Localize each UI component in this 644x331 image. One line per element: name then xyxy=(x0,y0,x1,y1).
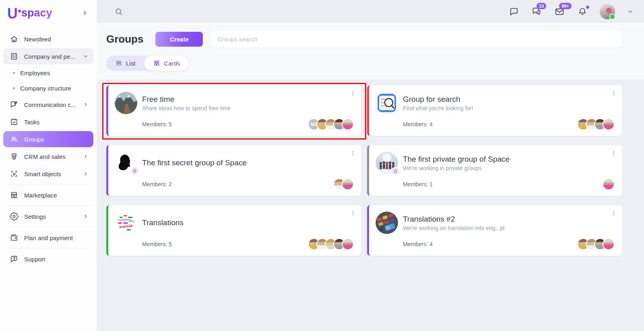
sidebar: U spacy Newsfeed Company and pe... xyxy=(0,0,97,331)
members-count: Members: 5 xyxy=(142,121,172,127)
groups-search-input[interactable] xyxy=(211,31,622,47)
sidebar-item-groups[interactable]: Groups xyxy=(3,131,93,147)
sidebar-item-tasks[interactable]: Tasks xyxy=(3,114,93,130)
sidebar-item-plan-and-payment[interactable]: Plan and payment xyxy=(3,230,93,246)
sidebar-item-communication[interactable]: Communication c... xyxy=(3,97,93,113)
user-avatar[interactable] xyxy=(600,4,615,19)
view-toggle-list[interactable]: List xyxy=(106,56,144,71)
notification-dot xyxy=(586,6,589,9)
sidebar-item-label: Settings xyxy=(24,213,77,220)
group-description: Share ideas how to spend free time xyxy=(142,105,231,111)
sidebar-item-label: Employees xyxy=(20,70,50,76)
sidebar-item-company-structure[interactable]: Company structure xyxy=(3,81,93,95)
group-title: Free time xyxy=(142,95,231,104)
sidebar-item-label: Smart objects xyxy=(24,171,77,177)
logo-text: spacy xyxy=(21,8,52,19)
sidebar-divider xyxy=(6,206,90,206)
group-card-translations-2[interactable]: Translations #2 We're working on transla… xyxy=(367,205,622,256)
gear-icon xyxy=(10,212,19,221)
members-count: Members: 4 xyxy=(403,241,433,247)
card-wrapper: Group for search Find what you're lookin… xyxy=(367,85,622,136)
members-count: Members: 4 xyxy=(403,121,433,127)
wallet-icon xyxy=(10,233,19,242)
group-card-secret-group[interactable]: S The first secret group of Space Member… xyxy=(106,145,361,196)
chat-pencil-icon xyxy=(10,100,19,109)
home-icon xyxy=(10,35,19,43)
logo-letter-u: U xyxy=(7,6,18,21)
notifications-button[interactable] xyxy=(577,6,588,17)
card-menu-button[interactable] xyxy=(348,148,358,158)
smart-objects-icon xyxy=(10,169,19,178)
sidebar-item-smart-objects[interactable]: Smart objects xyxy=(3,166,93,182)
card-menu-button[interactable] xyxy=(609,148,619,158)
mail-button[interactable]: 99+ xyxy=(554,6,565,17)
sidebar-item-crm-and-sales[interactable]: CRM and sales xyxy=(3,148,93,164)
card-menu-button[interactable] xyxy=(609,208,619,218)
member-avatar xyxy=(342,238,354,250)
storefront-icon xyxy=(10,191,19,199)
search-icon xyxy=(114,7,123,16)
sidebar-item-label: Company structure xyxy=(20,85,71,92)
card-wrapper: S The first secret group of Space Member… xyxy=(106,145,361,196)
sidebar-item-label: Communication c... xyxy=(24,101,77,108)
sidebar-divider xyxy=(6,184,90,185)
view-toggle: List Cards xyxy=(106,56,189,71)
uspacy-logo[interactable]: U spacy xyxy=(7,6,52,21)
highlighted-card-wrapper: Free time Share ideas how to spend free … xyxy=(106,85,361,136)
svg-text:S: S xyxy=(134,170,135,172)
comments-button[interactable] xyxy=(509,6,519,17)
card-menu-button[interactable] xyxy=(609,88,619,98)
sidebar-item-label: Support xyxy=(24,256,89,263)
group-card-translations[interactable]: translationslangtransla Translations Mem… xyxy=(106,205,361,256)
chevron-down-icon xyxy=(83,53,89,59)
sidebar-item-support[interactable]: Support xyxy=(3,251,93,267)
members-count: Members: 5 xyxy=(142,241,172,247)
member-avatars: MS xyxy=(308,118,354,130)
group-description: Find what you're looking for! xyxy=(403,105,473,111)
groups-cards-region: Free time Share ideas how to spend free … xyxy=(97,80,644,331)
chats-button[interactable]: 13 xyxy=(531,6,542,17)
group-card-group-for-search[interactable]: Group for search Find what you're lookin… xyxy=(367,85,622,136)
chevron-right-icon xyxy=(83,214,89,219)
group-avatar-mountain-photo xyxy=(115,92,137,114)
sidebar-item-settings[interactable]: Settings xyxy=(3,208,93,224)
sidebar-divider xyxy=(6,227,90,227)
profile-menu-button[interactable] xyxy=(627,8,634,15)
private-lock-badge xyxy=(392,167,399,175)
sidebar-item-employees[interactable]: Employees xyxy=(3,66,93,80)
create-group-button[interactable]: Create xyxy=(155,32,203,47)
sidebar-item-company-and-people[interactable]: Company and pe... xyxy=(3,48,93,64)
sidebar-nav: Newsfeed Company and pe... Employees Com… xyxy=(0,26,97,331)
page-title: Groups xyxy=(106,33,143,45)
member-avatars xyxy=(333,178,354,190)
member-avatars xyxy=(603,178,615,190)
online-status-dot xyxy=(609,14,615,20)
topbar: 13 99+ xyxy=(97,0,644,23)
sidebar-item-marketplace[interactable]: Marketplace xyxy=(3,187,93,203)
card-menu-button[interactable] xyxy=(348,88,358,98)
chats-badge: 13 xyxy=(537,3,546,9)
calendar-check-icon xyxy=(10,117,19,126)
cards-view-icon xyxy=(153,60,160,67)
group-card-free-time[interactable]: Free time Share ideas how to spend free … xyxy=(106,85,361,136)
group-description: We're working in private groups xyxy=(403,165,510,171)
member-avatar xyxy=(603,238,615,250)
chevron-down-icon xyxy=(627,8,634,15)
list-view-icon xyxy=(115,60,122,67)
group-title: The first private group of Space xyxy=(403,154,510,164)
view-toggle-cards[interactable]: Cards xyxy=(144,56,189,71)
group-card-private-group[interactable]: The first private group of Space We're w… xyxy=(367,145,622,196)
view-toggle-label: Cards xyxy=(164,60,180,67)
global-search-button[interactable] xyxy=(114,7,123,16)
member-avatars xyxy=(308,238,354,250)
main-area: 13 99+ Groups xyxy=(97,0,644,331)
member-avatars xyxy=(577,118,615,130)
group-avatar-search-document xyxy=(376,92,398,114)
sidebar-item-label: Plan and payment xyxy=(24,234,89,241)
bullet-dot xyxy=(13,72,15,74)
sidebar-item-newsfeed[interactable]: Newsfeed xyxy=(3,31,93,47)
card-menu-button[interactable] xyxy=(348,208,358,218)
comment-icon xyxy=(509,6,519,17)
pin-sidebar-button[interactable] xyxy=(80,9,89,18)
card-wrapper: The first private group of Space We're w… xyxy=(367,145,622,196)
